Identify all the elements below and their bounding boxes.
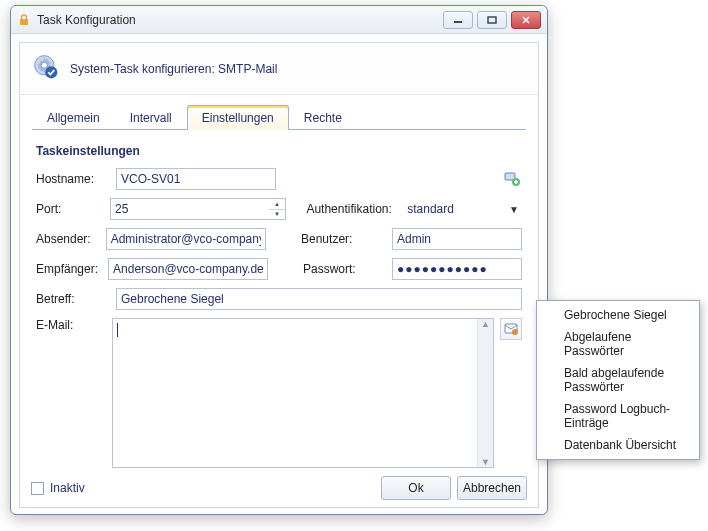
label-sender: Absender: bbox=[36, 232, 96, 246]
close-button[interactable] bbox=[511, 11, 541, 29]
text-caret bbox=[117, 323, 118, 337]
template-context-menu: Gebrochene Siegel Abgelaufene Passwörter… bbox=[536, 300, 700, 460]
form-area: Hostname: Port: ▲ ▼ bbox=[36, 168, 522, 468]
scroll-down-icon[interactable]: ▼ bbox=[481, 457, 490, 467]
tab-settings[interactable]: Einstellungen bbox=[187, 105, 289, 130]
dialog-window: Task Konfiguration bbox=[10, 5, 548, 515]
lock-icon bbox=[17, 13, 31, 27]
dialog-body: System-Task konfigurieren: SMTP-Mail All… bbox=[19, 42, 539, 508]
menu-item-expiring-passwords[interactable]: Bald abgelaufende Passwörter bbox=[540, 362, 696, 398]
menu-item-db-overview[interactable]: Datenbank Übersicht bbox=[540, 434, 696, 456]
menu-item-broken-seals[interactable]: Gebrochene Siegel bbox=[540, 304, 696, 326]
recipient-field[interactable] bbox=[108, 258, 268, 280]
label-hostname: Hostname: bbox=[36, 172, 106, 186]
textarea-scrollbar[interactable]: ▲ ▼ bbox=[477, 319, 493, 467]
minimize-button[interactable] bbox=[443, 11, 473, 29]
port-spinner[interactable]: ▲ ▼ bbox=[269, 198, 286, 220]
spinner-down-icon[interactable]: ▼ bbox=[269, 210, 285, 220]
dialog-header: System-Task konfigurieren: SMTP-Mail bbox=[20, 43, 538, 95]
label-password: Passwort: bbox=[303, 262, 382, 276]
dialog-header-text: System-Task konfigurieren: SMTP-Mail bbox=[70, 62, 277, 76]
ok-button[interactable]: Ok bbox=[381, 476, 451, 500]
svg-rect-1 bbox=[488, 17, 496, 23]
svg-point-3 bbox=[41, 62, 47, 68]
maximize-button[interactable] bbox=[477, 11, 507, 29]
label-email: E-Mail: bbox=[36, 318, 106, 332]
tab-general[interactable]: Allgemein bbox=[32, 105, 115, 130]
label-subject: Betreff: bbox=[36, 292, 106, 306]
email-body-textarea[interactable]: ▲ ▼ bbox=[112, 318, 494, 468]
inactive-label: Inaktiv bbox=[50, 481, 85, 495]
title-bar[interactable]: Task Konfiguration bbox=[11, 6, 547, 34]
user-field[interactable] bbox=[392, 228, 522, 250]
auth-dropdown[interactable]: standard ▼ bbox=[403, 198, 522, 220]
auth-value: standard bbox=[403, 202, 506, 216]
menu-item-expired-passwords[interactable]: Abgelaufene Passwörter bbox=[540, 326, 696, 362]
tab-interval[interactable]: Intervall bbox=[115, 105, 187, 130]
label-port: Port: bbox=[36, 202, 100, 216]
tab-bar: Allgemein Intervall Einstellungen Rechte bbox=[32, 105, 526, 130]
gear-check-icon bbox=[32, 53, 60, 84]
insert-template-button[interactable] bbox=[500, 318, 522, 340]
port-field[interactable] bbox=[110, 198, 269, 220]
menu-item-password-log[interactable]: Password Logbuch-Einträge bbox=[540, 398, 696, 434]
subject-field[interactable] bbox=[116, 288, 522, 310]
label-user: Benutzer: bbox=[301, 232, 382, 246]
tab-rights[interactable]: Rechte bbox=[289, 105, 357, 130]
hostname-field[interactable] bbox=[116, 168, 276, 190]
chevron-down-icon: ▼ bbox=[506, 204, 522, 215]
checkbox-icon bbox=[31, 482, 44, 495]
svg-rect-0 bbox=[454, 21, 462, 23]
section-title: Taskeinstellungen bbox=[36, 144, 522, 158]
inactive-checkbox[interactable]: Inaktiv bbox=[31, 481, 85, 495]
label-auth: Authentifikation: bbox=[306, 202, 393, 216]
scroll-up-icon[interactable]: ▲ bbox=[481, 319, 490, 329]
window-title: Task Konfiguration bbox=[37, 13, 443, 27]
sender-field[interactable] bbox=[106, 228, 266, 250]
password-field[interactable] bbox=[392, 258, 522, 280]
label-recipient: Empfänger: bbox=[36, 262, 98, 276]
svg-point-8 bbox=[512, 329, 518, 335]
cancel-button[interactable]: Abbrechen bbox=[457, 476, 527, 500]
test-connection-icon[interactable] bbox=[502, 169, 522, 189]
spinner-up-icon[interactable]: ▲ bbox=[269, 199, 285, 210]
dialog-footer: Inaktiv Ok Abbrechen bbox=[11, 476, 547, 500]
